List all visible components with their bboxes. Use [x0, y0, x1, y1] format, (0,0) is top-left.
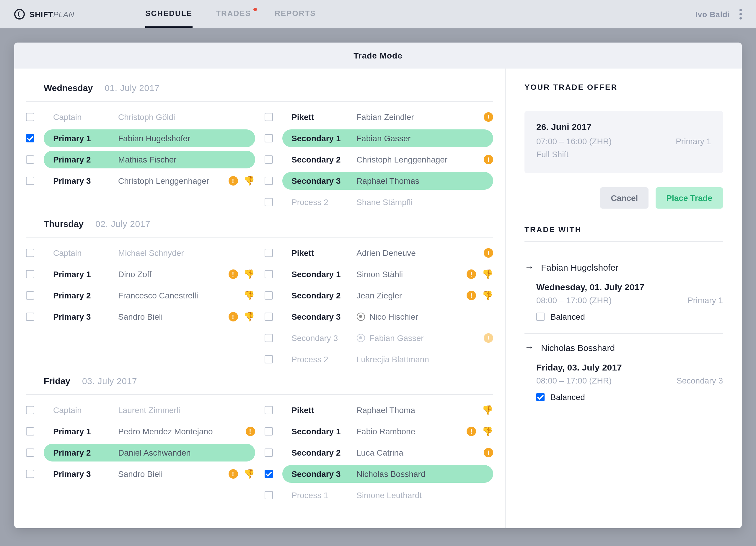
- checkbox[interactable]: [26, 427, 34, 436]
- partner-role: Secondary 3: [677, 376, 723, 385]
- checkbox[interactable]: [264, 491, 273, 499]
- warning-icon: !: [484, 112, 493, 122]
- person-name: Adrien Deneuve: [356, 248, 470, 257]
- nav-schedule[interactable]: SCHEDULE: [145, 1, 192, 28]
- checkbox[interactable]: [26, 291, 34, 300]
- checkbox[interactable]: [264, 427, 273, 436]
- person-name: Sandro Bieli: [118, 469, 214, 479]
- role-label: Primary 2: [53, 448, 118, 457]
- person-name: Christoph Lenggenhager: [118, 176, 214, 185]
- thumbs-down-icon[interactable]: 👎: [244, 469, 255, 479]
- day-name: Friday: [44, 376, 70, 386]
- circle-icon: [356, 313, 365, 321]
- place-trade-button[interactable]: Place Trade: [656, 187, 723, 208]
- person-name: Shane Stämpfli: [356, 197, 481, 207]
- tradewith-title: TRADE WITH: [524, 225, 723, 242]
- nav-trades-label: TRADES: [216, 9, 251, 18]
- person-name: Jean Ziegler: [356, 291, 452, 300]
- checkbox[interactable]: [26, 249, 34, 257]
- role-label: Secondary 2: [291, 291, 356, 300]
- balanced-checkbox[interactable]: [536, 313, 545, 321]
- person-name: Fabian Zeindler: [356, 112, 470, 122]
- brand-logo: SHIFTPLAN: [14, 9, 74, 19]
- person-name: Luca Catrina: [356, 448, 470, 457]
- warning-icon: !: [484, 448, 493, 457]
- checkbox[interactable]: [26, 177, 34, 185]
- nav-trades[interactable]: TRADES: [216, 1, 251, 28]
- user-name[interactable]: Ivo Baldi: [695, 10, 730, 19]
- thumbs-down-icon[interactable]: 👎: [244, 175, 255, 186]
- role-label: Primary 2: [53, 155, 118, 164]
- checkbox[interactable]: [26, 470, 34, 478]
- cancel-button[interactable]: Cancel: [600, 187, 649, 208]
- thumbs-down-icon[interactable]: 👎: [482, 405, 493, 415]
- trade-sidebar: YOUR TRADE OFFER 26. Juni 2017 07:00 – 1…: [506, 69, 742, 528]
- role-label: Secondary 1: [291, 427, 356, 436]
- person-name: Nico Hischier: [369, 312, 481, 322]
- checkbox[interactable]: [264, 291, 273, 300]
- warning-icon: !: [228, 312, 238, 322]
- balanced-label: Balanced: [550, 392, 585, 402]
- role-label: Captain: [53, 112, 118, 122]
- person-name: Christoph Lenggenhager: [356, 155, 470, 164]
- kebab-menu-icon[interactable]: [739, 9, 742, 19]
- checkbox[interactable]: [26, 270, 34, 278]
- partner-name: Nicholas Bosshard: [541, 343, 615, 353]
- checkbox[interactable]: [264, 470, 273, 478]
- day-name: Wednesday: [44, 83, 93, 93]
- thumbs-down-icon[interactable]: 👎: [244, 312, 255, 322]
- checkbox[interactable]: [26, 155, 34, 164]
- warning-icon: !: [228, 176, 238, 185]
- nav-reports[interactable]: REPORTS: [275, 1, 316, 28]
- role-label: Primary 3: [53, 469, 118, 479]
- person-name: Nicholas Bosshard: [356, 469, 481, 479]
- checkbox[interactable]: [264, 406, 273, 414]
- thumbs-down-icon[interactable]: 👎: [482, 269, 493, 280]
- thumbs-down-icon[interactable]: 👎: [244, 290, 255, 301]
- person-name: Simone Leuthardt: [356, 490, 481, 500]
- thumbs-down-icon[interactable]: 👎: [244, 269, 255, 280]
- thumbs-down-icon[interactable]: 👎: [482, 290, 493, 301]
- checkbox[interactable]: [264, 355, 273, 364]
- checkbox[interactable]: [26, 134, 34, 142]
- trade-modal: Trade Mode Wednesday 01. July 2017 Capta…: [14, 43, 742, 528]
- day-date: 01. July 2017: [105, 83, 159, 93]
- checkbox[interactable]: [264, 313, 273, 321]
- person-name: Fabian Gasser: [356, 133, 481, 143]
- checkbox[interactable]: [264, 113, 273, 121]
- role-label: Pikett: [291, 248, 356, 257]
- brand-light: PLAN: [53, 10, 74, 19]
- checkbox[interactable]: [264, 134, 273, 142]
- thumbs-down-icon[interactable]: 👎: [482, 426, 493, 437]
- checkbox[interactable]: [264, 198, 273, 206]
- role-label: Captain: [53, 248, 118, 257]
- offer-time: 07:00 – 16:00 (ZHR): [536, 136, 612, 146]
- offer-date: 26. Juni 2017: [536, 122, 711, 132]
- offer-shift: Full Shift: [536, 149, 568, 159]
- partner-name: Fabian Hugelshofer: [541, 262, 618, 272]
- partner-time: 08:00 – 17:00 (ZHR): [536, 296, 612, 305]
- checkbox[interactable]: [264, 270, 273, 278]
- checkbox[interactable]: [264, 177, 273, 185]
- checkbox[interactable]: [26, 406, 34, 414]
- partner-date: Wednesday, 01. July 2017: [536, 282, 723, 292]
- balanced-checkbox[interactable]: [536, 393, 545, 401]
- role-label: Process 2: [291, 197, 356, 207]
- checkbox[interactable]: [264, 155, 273, 164]
- checkbox[interactable]: [264, 334, 273, 342]
- person-name: Raphael Thomas: [356, 176, 481, 185]
- trade-partner-1: →Fabian Hugelshofer Wednesday, 01. July …: [524, 253, 723, 334]
- day-header-thu: Thursday 02. July 2017: [26, 219, 493, 237]
- checkbox[interactable]: [26, 313, 34, 321]
- checkbox[interactable]: [264, 249, 273, 257]
- offer-title: YOUR TRADE OFFER: [524, 83, 723, 99]
- arrow-right-icon: →: [524, 262, 534, 272]
- checkbox[interactable]: [26, 113, 34, 121]
- person-name: Dino Zoff: [118, 269, 214, 279]
- person-name: Michael Schnyder: [118, 248, 243, 257]
- checkbox[interactable]: [26, 449, 34, 457]
- person-name: Lukrecjia Blattmann: [356, 355, 481, 364]
- checkbox[interactable]: [264, 449, 273, 457]
- role-label: Secondary 1: [291, 133, 356, 143]
- role-label: Pikett: [291, 405, 356, 415]
